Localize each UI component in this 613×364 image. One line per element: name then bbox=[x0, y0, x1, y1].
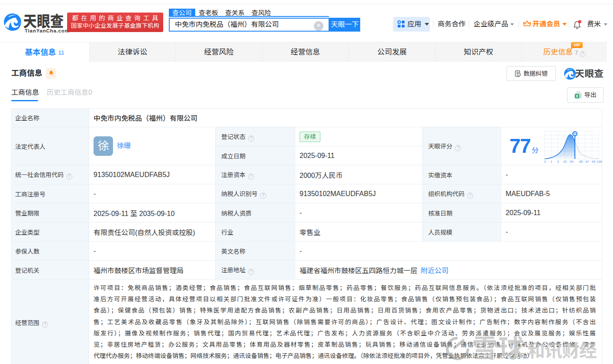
svg-text:15: 15 bbox=[563, 160, 567, 164]
svg-text:100: 100 bbox=[597, 160, 602, 164]
svg-text:3: 3 bbox=[557, 160, 559, 164]
svg-text:1: 1 bbox=[550, 160, 552, 164]
svg-text:97: 97 bbox=[585, 160, 589, 164]
svg-text:99: 99 bbox=[592, 160, 595, 164]
svg-text:85: 85 bbox=[579, 160, 583, 164]
svg-text:0: 0 bbox=[544, 160, 546, 164]
svg-text:50: 50 bbox=[570, 160, 573, 164]
